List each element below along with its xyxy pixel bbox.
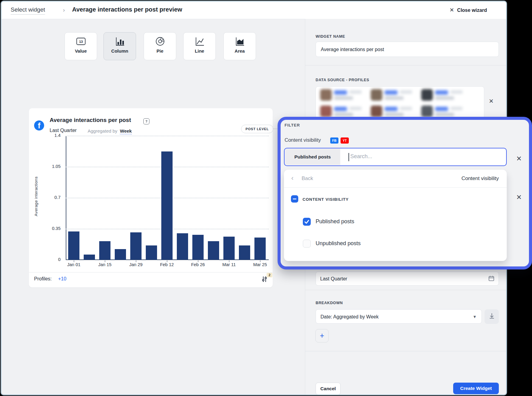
bar-week-9 <box>192 235 204 260</box>
bar-week-2 <box>84 255 95 260</box>
clear-filter-icon[interactable]: ✕ <box>516 155 522 162</box>
widget-type-column-button[interactable]: Column <box>103 32 136 60</box>
date-range-input[interactable]: Last Quarter <box>316 272 499 286</box>
x-tick-label: Mar 25 <box>250 262 271 267</box>
checkbox-unpublished-posts[interactable] <box>303 240 311 248</box>
value-widget-icon: 13 <box>65 36 97 47</box>
widget-type-value-button[interactable]: 13 Value <box>65 32 97 60</box>
chart-aggregation-value[interactable]: Week <box>120 128 132 134</box>
breakdown-value: Date: Aggregated by Week <box>320 314 379 319</box>
breadcrumb-select-widget[interactable]: Select widget <box>11 6 45 15</box>
bar-week-11 <box>223 237 235 260</box>
y-tick-label: 0.7 <box>46 195 61 200</box>
x-tick-label: Jan 15 <box>94 262 116 267</box>
svg-text:13: 13 <box>79 40 82 43</box>
chevron-down-icon: ▼ <box>473 310 477 324</box>
x-tick-label: Jan 29 <box>125 262 147 267</box>
widget-type-label: Column <box>104 48 136 54</box>
post-level-badge: POST LEVEL <box>241 125 273 133</box>
widget-type-label: Area <box>224 48 256 54</box>
dropdown-title: Content visibility <box>461 175 499 182</box>
y-tick-label: 0.35 <box>46 226 61 231</box>
y-axis-title: Average interactions <box>34 171 38 222</box>
profile-chip <box>421 89 467 102</box>
chevron-left-icon: ‹ <box>291 174 293 182</box>
wizard-header: Select widget › Average interactions per… <box>2 2 506 19</box>
bar-week-3 <box>99 241 110 260</box>
date-range-value: Last Quarter <box>320 276 347 281</box>
bar-week-13 <box>254 238 266 260</box>
pie-widget-icon <box>144 36 176 47</box>
add-breakdown-button[interactable]: + <box>315 329 329 342</box>
chart-aggregation-prefix: Aggregated by <box>88 128 117 134</box>
option-label-unpublished-posts[interactable]: Unpublished posts <box>316 240 361 247</box>
bar-week-12 <box>239 245 250 260</box>
search-input[interactable]: Search... <box>350 153 372 160</box>
facebook-icon: f <box>34 120 44 130</box>
close-wizard-label: Close wizard <box>457 8 487 13</box>
x-tick-label: Feb 26 <box>187 262 209 267</box>
breakdown-label: BREAKDOWN <box>316 301 343 305</box>
group-checkbox-indeterminate[interactable] <box>291 195 298 203</box>
close-wizard-button[interactable]: ✕Close wizard <box>450 7 487 13</box>
widget-type-label: Pie <box>144 48 176 54</box>
filter-highlight-overlay: FILTER Content visibility FBYT Published… <box>278 117 532 269</box>
y-tick-label: 1.4 <box>46 133 61 138</box>
help-icon[interactable]: ? <box>143 118 149 124</box>
close-icon: ✕ <box>450 7 454 13</box>
card-footer-divider <box>29 272 273 273</box>
gridline <box>66 136 269 136</box>
bar-week-5 <box>130 232 142 260</box>
filter-dropdown-panel: ‹ Back Content visibility CONTENT VISIBI… <box>284 170 507 261</box>
dropdown-divider <box>284 187 507 188</box>
widget-type-pie-button[interactable]: Pie <box>144 32 176 60</box>
page-title: Average interactions per post preview <box>72 6 182 13</box>
facebook-badge: FB <box>330 137 338 144</box>
profile-chip <box>320 89 366 102</box>
checkbox-published-posts[interactable] <box>303 218 311 226</box>
filter-section-label: FILTER <box>285 123 300 127</box>
widget-name-input[interactable]: Average interactions per post <box>316 42 499 57</box>
profiles-label: Profiles: <box>34 276 52 282</box>
widget-type-line-button[interactable]: Line <box>183 32 216 60</box>
section-divider <box>305 351 506 351</box>
y-tick-label: 0 <box>46 257 61 262</box>
selected-filter-tag[interactable]: Published posts <box>285 149 340 165</box>
back-button[interactable]: Back <box>302 175 313 182</box>
x-tick-label: Feb 12 <box>156 262 178 267</box>
bar-week-8 <box>177 233 188 260</box>
clear-filter-row2-icon[interactable]: ✕ <box>516 194 522 201</box>
chart-title: Average interactions per post <box>50 117 131 123</box>
line-widget-icon <box>184 36 215 47</box>
widget-type-area-button[interactable]: Area <box>223 32 256 60</box>
metric-count-badge: 2 <box>267 273 272 277</box>
bar-week-7 <box>161 151 173 260</box>
x-tick-label: Jan 01 <box>63 262 85 267</box>
bar-week-4 <box>115 249 126 260</box>
group-label: CONTENT VISIBILITY <box>303 197 349 202</box>
filter-search-combobox[interactable]: Published posts Search... <box>284 148 507 166</box>
bar-week-10 <box>208 241 219 260</box>
create-widget-button[interactable]: Create Widget <box>453 383 499 394</box>
chart-period: Last Quarter <box>50 128 77 133</box>
option-label-published-posts[interactable]: Published posts <box>316 218 354 225</box>
bar-week-6 <box>146 245 157 260</box>
bar-week-1 <box>68 231 79 260</box>
remove-data-source-icon[interactable]: ✕ <box>489 98 494 104</box>
section-divider <box>305 290 506 290</box>
breakdown-select[interactable]: Date: Aggregated by Week ▼ <box>316 309 482 324</box>
y-tick-label: 1.05 <box>46 164 61 169</box>
section-divider <box>305 65 506 65</box>
calendar-icon <box>488 276 494 282</box>
x-tick-label: Mar 11 <box>219 262 240 267</box>
breadcrumb-chevron-icon: › <box>63 7 65 13</box>
content-visibility-label: Content visibility <box>285 137 321 143</box>
sort-order-button[interactable] <box>485 309 499 324</box>
profile-chip <box>371 89 416 102</box>
column-widget-icon <box>104 36 136 47</box>
cancel-button[interactable]: Cancel <box>316 383 341 395</box>
area-widget-icon <box>224 36 256 47</box>
youtube-badge: YT <box>341 137 349 144</box>
widget-name-label: WIDGET NAME <box>316 34 345 39</box>
profiles-more-link[interactable]: +10 <box>58 276 66 282</box>
